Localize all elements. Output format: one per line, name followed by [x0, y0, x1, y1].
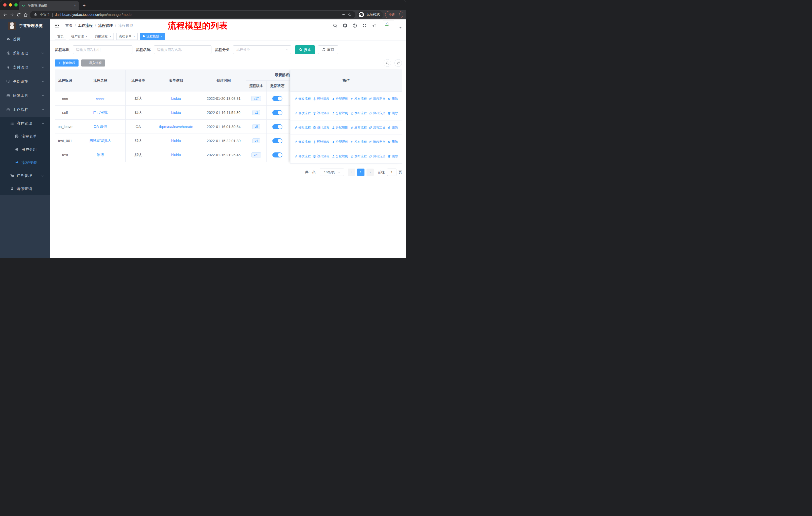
forward-icon[interactable] [9, 12, 14, 17]
security-label[interactable]: 不安全 [40, 12, 50, 17]
process-id-input[interactable] [73, 45, 133, 54]
tag-chip-流程表单[interactable]: 流程表单× [116, 33, 138, 40]
modify-action-link[interactable]: 修改流程 [294, 97, 311, 101]
design-action-link[interactable]: 设计流程 [313, 111, 329, 115]
assign-action-link[interactable]: 分配规则 [332, 154, 348, 159]
fullscreen-icon[interactable] [362, 23, 367, 28]
help-icon[interactable] [352, 23, 357, 28]
kebab-menu-icon[interactable] [398, 13, 401, 17]
active-toggle[interactable] [272, 96, 283, 101]
assign-action-link[interactable]: 分配规则 [332, 126, 348, 130]
import-process-button[interactable]: 导入流程 [81, 59, 105, 66]
close-icon[interactable]: × [110, 35, 112, 38]
new-tab-button[interactable]: + [83, 3, 86, 8]
design-action-link[interactable]: 设计流程 [313, 97, 329, 101]
form-info-link[interactable]: biubiu [171, 153, 181, 157]
search-button[interactable]: 搜索 [295, 45, 315, 54]
process-name-input[interactable] [154, 45, 211, 54]
process-name-link[interactable]: eeee [96, 97, 104, 101]
definition-action-link[interactable]: 流程定义 [369, 154, 385, 159]
definition-action-link[interactable]: 流程定义 [369, 97, 385, 101]
delete-action-link[interactable]: 删除 [388, 111, 398, 115]
delete-action-link[interactable]: 删除 [388, 126, 398, 130]
active-toggle[interactable] [272, 153, 283, 158]
sidebar-item-task-mgmt[interactable]: 任务管理 [0, 169, 50, 182]
definition-action-link[interactable]: 流程定义 [369, 111, 385, 115]
sidebar-item-system[interactable]: 系统管理 [0, 46, 50, 60]
sidebar-logo[interactable]: 芋道管理系统 [0, 19, 50, 32]
modify-action-link[interactable]: 修改流程 [294, 140, 311, 144]
warning-icon[interactable] [33, 12, 37, 17]
tag-chip-租户管理[interactable]: 租户管理× [69, 33, 90, 40]
publish-action-link[interactable]: 发布流程 [350, 111, 367, 115]
form-info-link[interactable]: biubiu [171, 111, 181, 115]
active-toggle[interactable] [272, 138, 283, 143]
tab-close-icon[interactable]: × [74, 4, 76, 7]
key-icon[interactable] [342, 12, 346, 17]
reset-button[interactable]: 重置 [318, 45, 338, 54]
sidebar-item-infra[interactable]: 基础设施 [0, 74, 50, 88]
delete-action-link[interactable]: 删除 [388, 140, 398, 144]
sidebar-item-user-group[interactable]: 用户分组 [0, 143, 50, 156]
design-action-link[interactable]: 设计流程 [313, 154, 329, 159]
publish-action-link[interactable]: 发布流程 [350, 140, 367, 144]
active-toggle[interactable] [272, 124, 283, 129]
design-action-link[interactable]: 设计流程 [313, 126, 329, 130]
form-info-link[interactable]: biubiu [171, 97, 181, 101]
reload-icon[interactable] [17, 12, 21, 17]
publish-action-link[interactable]: 发布流程 [350, 97, 367, 101]
address-bar[interactable]: 不安全 dashboard.yudao.iocoder.cn/bpm/manag… [30, 11, 355, 19]
breadcrumb-item[interactable]: 流程管理 [98, 23, 113, 28]
page-size-select[interactable]: 10条/页 [320, 168, 344, 176]
browser-tab[interactable]: 芋道管理系统 × [19, 1, 79, 10]
process-name-link[interactable]: 测试多审批人 [89, 139, 111, 143]
sidebar-item-workflow[interactable]: 工作流程 [0, 103, 50, 117]
show-search-button[interactable] [384, 59, 391, 67]
process-category-select[interactable]: 流程分类 [233, 45, 291, 54]
zoom-window-button[interactable] [14, 3, 18, 6]
close-icon[interactable]: × [161, 35, 163, 38]
form-info-link[interactable]: biubiu [171, 139, 181, 143]
create-process-button[interactable]: 新建流程 [55, 59, 79, 66]
avatar-caret-down-icon[interactable] [399, 27, 402, 28]
minimize-window-button[interactable] [9, 3, 12, 6]
tag-chip-流程模型[interactable]: 流程模型× [140, 33, 165, 40]
assign-action-link[interactable]: 分配规则 [332, 140, 348, 144]
sidebar-item-home[interactable]: 首页 [0, 32, 50, 46]
refresh-table-button[interactable] [395, 59, 402, 67]
github-icon[interactable] [343, 23, 347, 28]
close-icon[interactable]: × [86, 35, 88, 38]
publish-action-link[interactable]: 发布流程 [350, 126, 367, 130]
close-window-button[interactable] [3, 3, 6, 6]
definition-action-link[interactable]: 流程定义 [369, 140, 385, 144]
sidebar-item-process-form[interactable]: 流程表单 [0, 130, 50, 143]
tag-chip-首页[interactable]: 首页 [55, 33, 66, 40]
next-page-button[interactable]: › [367, 168, 374, 176]
star-icon[interactable] [348, 12, 352, 17]
definition-action-link[interactable]: 流程定义 [369, 126, 385, 130]
modify-action-link[interactable]: 修改流程 [294, 111, 311, 115]
design-action-link[interactable]: 设计流程 [313, 140, 329, 144]
sidebar-item-process-model[interactable]: 流程模型 [0, 156, 50, 169]
sidebar-item-devtools[interactable]: 研发工具 [0, 88, 50, 103]
form-info-link[interactable]: /bpm/oa/leave/create [159, 125, 193, 129]
assign-action-link[interactable]: 分配规则 [332, 111, 348, 115]
assign-action-link[interactable]: 分配规则 [332, 97, 348, 101]
home-icon[interactable] [23, 12, 28, 17]
page-1-button[interactable]: 1 [357, 168, 365, 176]
avatar[interactable] [383, 20, 394, 31]
goto-page-input[interactable] [387, 168, 397, 176]
back-icon[interactable] [3, 12, 7, 17]
delete-action-link[interactable]: 删除 [388, 97, 398, 101]
sidebar-item-process-mgmt[interactable]: 流程管理 [0, 117, 50, 130]
close-icon[interactable]: × [133, 35, 135, 38]
prev-page-button[interactable]: ‹ [348, 168, 355, 176]
collapse-sidebar-icon[interactable] [54, 23, 59, 28]
breadcrumb-item[interactable]: 工作流程 [78, 23, 93, 28]
publish-action-link[interactable]: 发布流程 [350, 154, 367, 159]
modify-action-link[interactable]: 修改流程 [294, 126, 311, 130]
active-toggle[interactable] [272, 110, 283, 115]
modify-action-link[interactable]: 修改流程 [294, 154, 311, 159]
update-button[interactable]: 更新 [385, 11, 403, 19]
url-text[interactable]: dashboard.yudao.iocoder.cn/bpm/manager/m… [55, 12, 340, 17]
